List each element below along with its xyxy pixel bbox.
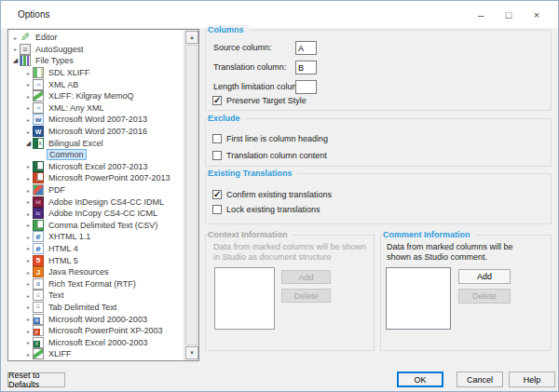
scroll-up-icon[interactable]: ▲ [185, 31, 198, 44]
tree-item[interactable]: ▸Microsoft Word 2007-2013 [8, 114, 184, 126]
tree-item[interactable]: ▸HTML 4 [8, 243, 184, 255]
translation-column-label: Translation column: [213, 62, 286, 72]
tree-item-label: Common [47, 149, 87, 160]
tree-item[interactable]: ▸Comma Delimited Text (CSV) [8, 220, 184, 232]
expand-arrow-icon[interactable]: ▸ [24, 257, 33, 264]
scroll-down-icon[interactable]: ▼ [185, 346, 198, 359]
tree-item[interactable]: ◢File Types [8, 55, 184, 67]
length-limitation-column-input[interactable] [295, 80, 317, 94]
tree-item[interactable]: ▸Microsoft Excel 2007-2013 [8, 161, 184, 173]
expand-arrow-icon[interactable]: ▸ [24, 234, 33, 240]
tree-item[interactable]: ▸Microsoft Word 2007-2016 [8, 126, 184, 138]
tree-scrollbar[interactable]: ▲ ▼ [184, 30, 198, 360]
tree-item[interactable]: ▸Adobe InCopy CS4-CC ICML [8, 208, 184, 220]
expand-arrow-icon[interactable]: ▸ [24, 292, 33, 299]
translation-column-input[interactable] [295, 61, 317, 74]
expand-arrow-icon[interactable]: ▸ [24, 280, 33, 287]
tree-item[interactable]: ▸HTML 5 [8, 254, 184, 266]
tree-item-label: Microsoft Word 2007-2016 [47, 127, 149, 136]
tree-item[interactable]: ◢Bilingual Excel [8, 137, 184, 149]
comment-add-button[interactable]: Add [458, 269, 511, 284]
tree-item[interactable]: Common [8, 149, 184, 161]
cancel-button[interactable]: Cancel [457, 372, 503, 387]
confirm-existing-checkbox[interactable] [212, 190, 222, 199]
tree-item[interactable]: ▸Microsoft PowerPoint XP-2003 [8, 325, 184, 337]
tree-item[interactable]: ▸SDL XLIFF [8, 67, 184, 79]
tree-item[interactable]: ▸PDF [8, 184, 184, 196]
ok-button[interactable]: OK [397, 372, 443, 387]
expand-arrow-icon[interactable]: ▸ [24, 351, 33, 358]
lock-existing-checkbox[interactable] [212, 205, 222, 214]
lock-existing-row: Lock existing translations [212, 205, 320, 214]
html-globe-icon [33, 231, 44, 242]
lock-existing-label: Lock existing translations [226, 205, 320, 214]
context-columns-listbox[interactable] [214, 267, 275, 330]
tree-item[interactable]: ▸Adobe InDesign CS4-CC IDML [8, 196, 184, 208]
tree-item[interactable]: ▸Text [8, 290, 184, 302]
expand-arrow-icon[interactable]: ▸ [24, 128, 33, 135]
tree-item-label: Microsoft Excel 2000-2003 [47, 338, 150, 347]
window-title: Options [18, 9, 49, 20]
source-column-input[interactable] [295, 41, 317, 55]
reset-to-defaults-button[interactable]: Reset to Defaults [7, 372, 65, 387]
context-add-button: Add [281, 270, 331, 284]
tree-item-label: Editor [34, 33, 60, 42]
expand-arrow-icon[interactable]: ▸ [24, 316, 33, 322]
tree-item[interactable]: ▸Java Resources [8, 266, 184, 278]
tree-item-label: Microsoft Word 2007-2013 [47, 115, 149, 124]
tree-item[interactable]: ▸Editor [8, 32, 184, 44]
first-line-heading-label: First line is column heading [226, 134, 328, 143]
expand-arrow-icon[interactable]: ▸ [24, 104, 33, 111]
file-types-tree: ▸Editor▸AutoSuggest◢File Types▸SDL XLIFF… [7, 29, 199, 361]
translation-column-content-checkbox[interactable] [212, 151, 222, 160]
expand-arrow-icon[interactable]: ▸ [24, 222, 33, 228]
collapse-arrow-icon[interactable]: ◢ [11, 57, 20, 64]
context-information-group-title: Context Information [208, 230, 293, 240]
tree-item-label: Microsoft PowerPoint XP-2003 [47, 326, 165, 335]
expand-arrow-icon[interactable]: ▸ [24, 210, 33, 217]
tree-item[interactable]: ▸XML: Any XML [8, 102, 184, 115]
tree-item[interactable]: ▸XHTML 1.1 [8, 231, 184, 243]
scrollbar-thumb[interactable] [185, 45, 198, 345]
expand-arrow-icon[interactable]: ▸ [24, 269, 33, 276]
pdf-icon [33, 184, 44, 196]
comment-columns-listbox[interactable] [386, 267, 451, 330]
tree-item[interactable]: ▸Tab Delimited Text [8, 302, 184, 314]
tree-item[interactable]: ▸XLIFF: Kilgray MemoQ [8, 90, 184, 102]
expand-arrow-icon[interactable]: ▸ [11, 46, 20, 52]
context-information-description: Data from marked columns will be shown i… [213, 242, 372, 263]
expand-arrow-icon[interactable]: ▸ [24, 339, 33, 345]
expand-arrow-icon[interactable]: ▸ [24, 81, 33, 88]
expand-arrow-icon[interactable]: ▸ [24, 163, 33, 169]
tree-item[interactable]: ▸Microsoft PowerPoint 2007-2013 [8, 172, 184, 184]
tree-item-label: Bilingual Excel [47, 139, 105, 148]
expand-arrow-icon[interactable]: ▸ [24, 93, 33, 100]
comment-information-description: Data from marked columns will be shown a… [387, 242, 538, 263]
expand-arrow-icon[interactable]: ▸ [24, 175, 33, 182]
close-icon[interactable]: × [523, 5, 551, 25]
expand-arrow-icon[interactable]: ▸ [24, 328, 33, 334]
expand-arrow-icon[interactable]: ▸ [24, 70, 33, 76]
tree-item[interactable]: ▸AutoSuggest [8, 44, 184, 56]
help-button[interactable]: Help [509, 372, 555, 387]
autosuggest-box-icon [20, 44, 31, 55]
tree-item-label: SDL XLIFF [47, 68, 91, 77]
expand-arrow-icon[interactable]: ▸ [24, 187, 33, 194]
expand-arrow-icon[interactable]: ▸ [24, 304, 33, 310]
tree-item[interactable]: ▸XML AB [8, 78, 184, 90]
first-line-heading-checkbox[interactable] [212, 134, 222, 143]
existing-translations-group-title: Existing Translations [208, 169, 297, 179]
preserve-target-style-checkbox[interactable] [212, 96, 222, 105]
tree-item[interactable]: ▸XLIFF [8, 348, 184, 360]
tree-item[interactable]: ▸Microsoft Excel 2000-2003 [8, 336, 184, 348]
tree-item[interactable]: ▸Rich Text Format (RTF) [8, 277, 184, 290]
expand-arrow-icon[interactable]: ▸ [24, 198, 33, 205]
expand-arrow-icon[interactable]: ▸ [24, 116, 33, 123]
minimize-icon[interactable]: – [467, 5, 495, 25]
tree-item[interactable]: ▸Microsoft Word 2000-2003 [8, 313, 184, 325]
collapse-arrow-icon[interactable]: ◢ [24, 140, 33, 147]
expand-arrow-icon[interactable]: ▸ [11, 34, 20, 41]
sdl-xliff-icon [33, 67, 44, 78]
expand-arrow-icon[interactable]: ▸ [24, 245, 33, 251]
maximize-icon[interactable]: □ [495, 5, 523, 25]
